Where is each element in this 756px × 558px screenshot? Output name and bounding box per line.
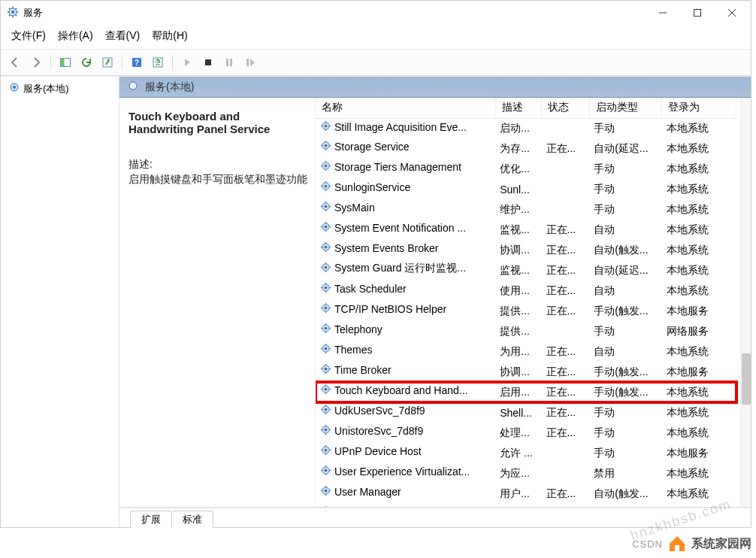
service-row[interactable]: Themes为用...正在...自动本地系统 [316,341,736,362]
svg-rect-148 [675,545,679,551]
service-row[interactable]: SysMain维护...手动本地系统 [316,199,736,220]
service-name: System Event Notification ... [334,222,466,234]
column-startup[interactable]: 启动类型 [589,98,662,118]
pause-service-button[interactable] [219,53,239,72]
service-name: SunloginService [334,181,410,193]
service-row[interactable]: Task Scheduler使用...正在...自动本地系统 [316,281,736,301]
service-row[interactable]: UPnP Device Host允许 ...手动本地服务 [316,443,736,463]
svg-point-95 [325,347,328,350]
service-name: Touch Keyboard and Hand... [334,384,467,396]
service-row[interactable]: Time Broker协调...正在...手动(触发...本地服务 [316,362,736,382]
svg-point-125 [325,449,328,452]
service-row[interactable]: System Event Notification ...监视...正在...自… [316,220,736,240]
service-row[interactable]: Telephony提供...手动网络服务 [316,321,736,341]
service-row[interactable]: User Experience Virtualizat...为应...禁用本地系… [316,463,736,484]
service-login: 本地系统 [662,138,736,159]
menubar: 文件(F) 操作(A) 查看(V) 帮助(H) [1,25,751,49]
tab-extended[interactable]: 扩展 [130,511,172,528]
service-row[interactable]: Storage Service为存...正在...自动(延迟...本地系统 [316,138,736,159]
service-startup: 自动(延迟... [589,260,662,281]
vertical-scrollbar[interactable] [740,98,751,507]
menu-file[interactable]: 文件(F) [7,28,50,44]
close-button[interactable] [715,2,749,24]
service-gear-icon [320,221,331,235]
properties-button[interactable] [148,53,168,72]
svg-point-1 [11,11,14,14]
window-controls [646,2,749,24]
svg-text:?: ? [135,59,139,67]
tree-root-services-local[interactable]: 服务(本地) [5,80,114,97]
service-row[interactable]: System Events Broker协调...正在...自动(触发...本地… [316,240,736,260]
column-name[interactable]: 名称 [316,98,495,118]
service-startup: 手动 [589,443,662,463]
service-startup: 手动(触发... [589,382,662,402]
service-gear-icon [320,282,331,296]
forward-button[interactable] [26,53,46,72]
service-startup: 自动 [589,341,662,362]
svg-point-113 [325,408,328,411]
service-row[interactable]: System Guard 运行时监视...监视...正在...自动(延迟...本… [316,260,736,281]
service-row[interactable]: User Manager用户...正在...自动(触发...本地系统 [316,484,736,504]
service-status: 正在... [542,341,590,362]
detail-tabs: 扩展 标准 [119,508,751,527]
header-gear-icon [127,80,139,94]
svg-point-107 [325,388,328,391]
service-row[interactable]: UdkUserSvc_7d8f9Shell...正在...手动本地系统 [316,402,736,423]
service-row[interactable]: SunloginServiceSunl...手动本地系统 [316,179,736,199]
export-list-button[interactable] [98,53,117,72]
service-desc: 处理... [495,423,541,443]
svg-point-77 [325,287,328,290]
service-row[interactable]: TCP/IP NetBIOS Helper提供...正在...手动(触发...本… [316,301,736,321]
menu-action[interactable]: 操作(A) [53,28,98,44]
minimize-button[interactable] [646,2,680,24]
service-row[interactable]: Still Image Acquisition Eve...启动...手动本地系… [316,118,736,138]
show-hide-tree-button[interactable] [56,53,75,72]
selected-service-title: Touch Keyboard and Handwriting Panel Ser… [129,110,307,135]
column-login[interactable]: 登录为 [662,98,736,118]
service-startup: 手动 [589,179,662,199]
service-row[interactable]: Storage Tiers Management优化...手动本地系统 [316,159,736,179]
service-login: 本地系统 [662,240,736,260]
service-login: 本地系统 [662,281,736,301]
restart-service-button[interactable] [240,53,260,72]
service-name: System Events Broker [334,242,439,254]
service-desc: 协调... [495,362,541,382]
body-area: 服务(本地) 服务(本地) Touch Keyboard and Handwri… [1,76,751,527]
titlebar: 服务 [1,1,751,25]
service-row[interactable]: User Profile Service此服...正在...自动本地系统 [316,504,736,507]
back-button[interactable] [5,53,25,72]
start-service-button[interactable] [177,53,197,72]
column-status[interactable]: 状态 [542,98,590,118]
service-gear-icon [320,201,331,214]
service-gear-icon [320,465,331,478]
service-name: Still Image Acquisition Eve... [334,121,467,133]
service-row[interactable]: UnistoreSvc_7d8f9处理...正在...手动本地系统 [316,423,736,443]
service-startup: 手动(触发... [589,301,662,321]
service-status [542,118,590,138]
help-icon[interactable]: ? [127,53,147,72]
scrollbar-thumb[interactable] [742,353,751,405]
stop-service-button[interactable] [198,53,218,72]
right-pane: 服务(本地) Touch Keyboard and Handwriting Pa… [119,77,751,527]
services-table: 名称 描述 状态 启动类型 登录为 Still Image Acquisitio… [316,98,736,507]
toolbar: ? [1,49,751,76]
service-startup: 自动 [589,220,662,240]
service-login: 本地系统 [662,484,736,504]
service-gear-icon [320,424,331,438]
service-login: 本地系统 [662,199,736,220]
menu-view[interactable]: 查看(V) [101,28,145,44]
service-login: 本地服务 [662,301,736,321]
refresh-button[interactable] [77,53,96,72]
menu-help[interactable]: 帮助(H) [147,28,192,44]
service-status [542,199,590,220]
service-status: 正在... [542,220,590,240]
maximize-button[interactable] [680,2,715,24]
service-row[interactable]: Touch Keyboard and Hand...启用...正在...手动(触… [316,382,736,402]
service-status [542,321,590,341]
tab-standard[interactable]: 标准 [172,511,213,528]
service-gear-icon [320,343,331,356]
service-startup: 禁用 [589,463,662,484]
column-description[interactable]: 描述 [495,98,541,118]
service-status: 正在... [542,484,590,504]
service-login: 本地系统 [662,118,736,138]
